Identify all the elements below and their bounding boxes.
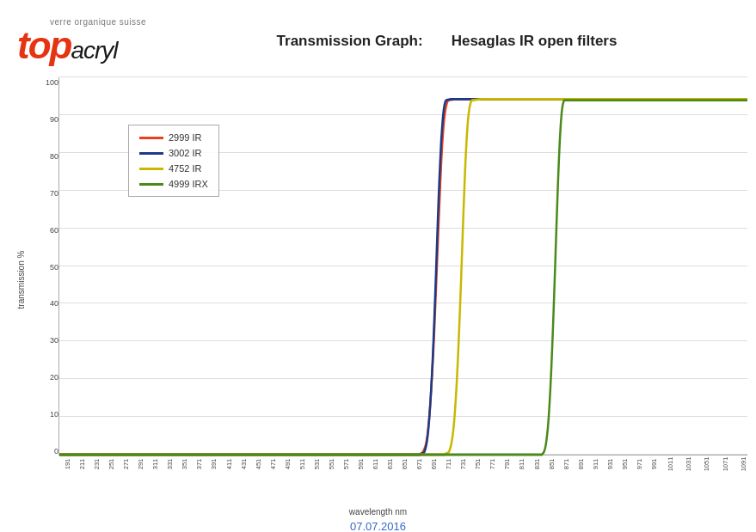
x-tick-511: 511 — [298, 459, 306, 470]
x-tick-211: 211 — [78, 459, 86, 470]
x-tick-1031: 1031 — [685, 457, 692, 472]
legend-item-4999irx: 4999 IRX — [139, 179, 208, 189]
x-tick-311: 311 — [152, 459, 160, 470]
x-axis-label: wavelength nm — [0, 481, 756, 517]
x-tick-991: 991 — [650, 459, 658, 470]
x-tick-931: 931 — [606, 459, 614, 470]
x-tick-271: 271 — [122, 459, 130, 470]
x-tick-1071: 1071 — [722, 457, 729, 472]
x-tick-531: 531 — [313, 459, 321, 470]
x-tick-411: 411 — [225, 459, 233, 470]
x-tick-631: 631 — [386, 459, 394, 470]
y-tick-60: 60 — [34, 227, 58, 235]
x-tick-251: 251 — [108, 459, 115, 470]
legend-label-4752ir: 4752 IR — [169, 163, 202, 174]
legend-color-2999ir — [139, 137, 163, 139]
chart-inner: 0 10 20 30 40 50 60 70 80 90 100 — [34, 77, 747, 456]
date-text: 07.07.2016 — [350, 520, 406, 532]
y-axis-ticks: 0 10 20 30 40 50 60 70 80 90 100 — [34, 77, 58, 456]
x-tick-551: 551 — [328, 459, 335, 470]
x-tick-851: 851 — [548, 459, 556, 470]
y-tick-20: 20 — [34, 374, 58, 382]
x-tick-671: 671 — [415, 459, 423, 470]
x-label-text: wavelength nm — [349, 507, 407, 517]
x-tick-771: 771 — [489, 459, 497, 470]
x-tick-891: 891 — [577, 459, 585, 470]
y-tick-10: 10 — [34, 411, 58, 419]
x-tick-1051: 1051 — [704, 457, 711, 472]
logo-top: top — [17, 27, 71, 64]
x-tick-811: 811 — [519, 459, 526, 470]
x-tick-971: 971 — [636, 459, 643, 470]
x-tick-951: 951 — [621, 459, 629, 470]
x-axis-ticks: 191 211 231 251 271 291 311 331 351 371 … — [34, 456, 747, 481]
legend-label-4999irx: 4999 IRX — [169, 179, 208, 189]
title-main: Hesaglas IR open filters — [452, 33, 618, 49]
x-tick-691: 691 — [430, 459, 438, 470]
y-tick-80: 80 — [34, 153, 58, 161]
header: verre organique suisse top acryl Transmi… — [0, 0, 756, 77]
x-tick-591: 591 — [357, 459, 365, 470]
x-tick-791: 791 — [504, 459, 512, 470]
x-tick-351: 351 — [181, 459, 189, 470]
x-tick-331: 331 — [167, 459, 175, 470]
y-tick-0: 0 — [34, 448, 58, 456]
x-tick-831: 831 — [533, 459, 541, 470]
legend-color-4752ir — [139, 168, 163, 170]
x-tick-711: 711 — [445, 459, 452, 470]
y-tick-30: 30 — [34, 337, 58, 345]
x-tick-491: 491 — [284, 459, 292, 470]
x-tick-1091: 1091 — [740, 457, 747, 472]
logo-area: verre organique suisse top acryl — [17, 17, 155, 64]
chart-area: 0 10 20 30 40 50 60 70 80 90 100 — [34, 77, 747, 481]
y-tick-40: 40 — [34, 300, 58, 308]
chart-wrapper: transmission % 0 10 20 30 40 50 60 70 80… — [0, 77, 756, 481]
x-tick-1011: 1011 — [667, 457, 674, 472]
y-tick-50: 50 — [34, 264, 58, 272]
legend-color-4999irx — [139, 183, 163, 186]
main-container: verre organique suisse top acryl Transmi… — [0, 0, 756, 532]
chart-title: Transmission Graph: Hesaglas IR open fil… — [155, 33, 739, 50]
x-tick-911: 911 — [592, 459, 599, 470]
x-tick-231: 231 — [93, 459, 101, 470]
legend-label-3002ir: 3002 IR — [169, 148, 202, 158]
y-tick-100: 100 — [34, 79, 58, 87]
x-tick-371: 371 — [196, 459, 204, 470]
date-label: 07.07.2016 — [0, 520, 756, 532]
x-tick-471: 471 — [269, 459, 277, 470]
x-tick-751: 751 — [475, 459, 482, 470]
x-tick-651: 651 — [401, 459, 409, 470]
x-tick-611: 611 — [372, 459, 379, 470]
x-tick-431: 431 — [240, 459, 248, 470]
legend: 2999 IR 3002 IR 4752 IR 4999 IRX — [128, 125, 219, 197]
y-tick-70: 70 — [34, 190, 58, 198]
logo-acryl: acryl — [71, 39, 117, 63]
x-tick-731: 731 — [460, 459, 468, 470]
x-tick-391: 391 — [211, 459, 218, 470]
y-axis-label: transmission % — [17, 250, 27, 309]
legend-item-3002ir: 3002 IR — [139, 148, 208, 158]
y-tick-90: 90 — [34, 116, 58, 124]
legend-label-2999ir: 2999 IR — [169, 132, 202, 143]
legend-item-4752ir: 4752 IR — [139, 163, 208, 174]
plot-area: 2999 IR 3002 IR 4752 IR 4999 IRX — [58, 77, 747, 456]
title-prefix: Transmission Graph: — [277, 33, 423, 49]
x-tick-451: 451 — [255, 459, 262, 470]
y-label-area: transmission % — [9, 77, 34, 481]
legend-item-2999ir: 2999 IR — [139, 132, 208, 143]
x-tick-571: 571 — [342, 459, 350, 470]
x-tick-291: 291 — [137, 459, 144, 470]
x-tick-191: 191 — [64, 459, 71, 470]
x-tick-871: 871 — [562, 459, 570, 470]
legend-color-3002ir — [139, 152, 163, 155]
